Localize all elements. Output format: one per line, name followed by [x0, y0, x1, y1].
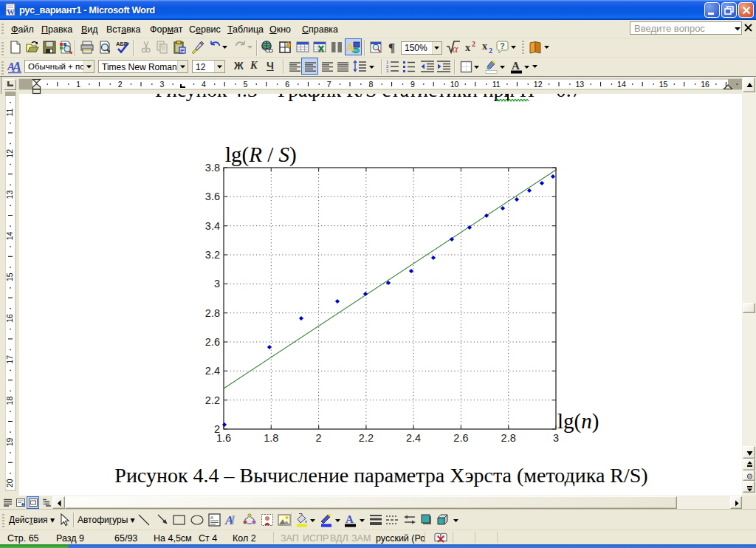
svg-text:10: 10 — [450, 80, 459, 89]
svg-text:lg(R / S): lg(R / S) — [225, 143, 297, 167]
svg-text:x: x — [482, 41, 487, 52]
svg-text:3: 3 — [214, 278, 220, 290]
svg-text:2: 2 — [118, 80, 123, 89]
svg-text:4: 4 — [202, 80, 206, 89]
svg-text:A: A — [346, 513, 354, 525]
svg-text:6: 6 — [285, 80, 289, 89]
svg-text:W: W — [7, 7, 15, 16]
svg-text:11: 11 — [5, 108, 14, 116]
svg-text:7: 7 — [327, 80, 331, 89]
svg-text:2.4: 2.4 — [406, 432, 421, 444]
svg-text:3: 3 — [553, 432, 559, 444]
svg-text:16: 16 — [5, 314, 14, 323]
svg-text:13: 13 — [5, 191, 14, 199]
svg-text:3.2: 3.2 — [205, 249, 220, 261]
svg-text:15: 15 — [659, 80, 668, 89]
svg-text:12: 12 — [5, 149, 14, 158]
svg-text:2: 2 — [472, 40, 475, 48]
svg-text:3.6: 3.6 — [205, 191, 220, 202]
svg-text:18: 18 — [5, 397, 14, 405]
svg-text:2: 2 — [316, 432, 322, 444]
svg-text:2: 2 — [214, 423, 220, 435]
svg-text:12: 12 — [534, 80, 543, 89]
svg-text:1: 1 — [76, 80, 80, 89]
svg-text:16: 16 — [701, 80, 709, 89]
svg-text:2: 2 — [489, 47, 492, 55]
svg-text:13: 13 — [575, 80, 584, 89]
svg-text:3.4: 3.4 — [205, 220, 220, 232]
svg-text:?: ? — [500, 41, 505, 50]
svg-text:2.6: 2.6 — [205, 336, 220, 348]
svg-text:17: 17 — [5, 355, 14, 364]
svg-text:A: A — [512, 60, 520, 72]
svg-text:14: 14 — [617, 80, 626, 89]
svg-text:2.4: 2.4 — [205, 365, 220, 377]
svg-text:2.6: 2.6 — [453, 432, 468, 444]
svg-text:1.8: 1.8 — [264, 432, 278, 444]
svg-text:¶: ¶ — [388, 41, 395, 55]
svg-text:l: l — [231, 513, 235, 527]
svg-text:9: 9 — [410, 80, 415, 89]
svg-text:lg(n): lg(n) — [557, 409, 599, 434]
svg-text:11: 11 — [492, 80, 501, 89]
svg-text:5: 5 — [244, 80, 248, 89]
svg-text:3: 3 — [386, 69, 389, 73]
svg-text:19: 19 — [5, 437, 14, 446]
svg-text:3.8: 3.8 — [205, 162, 220, 174]
svg-text:8: 8 — [368, 80, 373, 89]
svg-text:2.2: 2.2 — [359, 432, 374, 444]
svg-text:3: 3 — [159, 80, 164, 89]
svg-text:2.2: 2.2 — [205, 394, 220, 406]
svg-text:20: 20 — [5, 479, 14, 487]
svg-text:x: x — [465, 42, 470, 53]
svg-text:A: A — [210, 516, 213, 520]
svg-text:2.8: 2.8 — [501, 432, 516, 444]
svg-text:α: α — [453, 43, 459, 55]
svg-text:15: 15 — [5, 273, 14, 281]
svg-text:A: A — [346, 41, 354, 53]
svg-text:2.8: 2.8 — [205, 307, 220, 319]
svg-text:A: A — [12, 60, 21, 74]
svg-text:14: 14 — [5, 231, 14, 240]
